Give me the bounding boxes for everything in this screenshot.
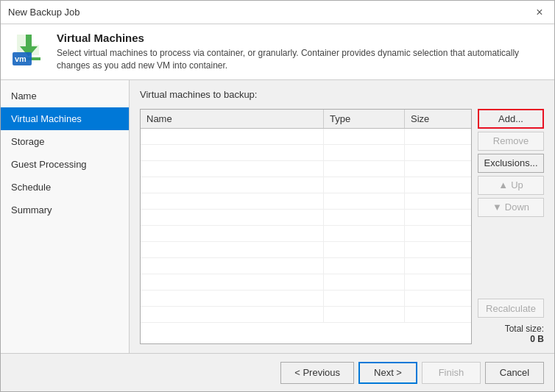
main-panel: Virtual machines to backup: Name Type Si… (130, 80, 554, 353)
header-title: Virtual Machines (57, 32, 544, 44)
total-size: Total size: 0 B (478, 324, 544, 344)
table-row (141, 145, 471, 161)
table-row (141, 226, 471, 242)
sidebar-item-guest-processing[interactable]: Guest Processing (1, 153, 129, 176)
total-size-value: 0 B (478, 334, 544, 344)
svg-rect-1 (26, 35, 32, 48)
section-label: Virtual machines to backup: (140, 89, 544, 100)
vm-icon: vm (11, 32, 46, 67)
up-button[interactable]: ▲ Up (478, 176, 544, 195)
vm-area: Name Type Size (140, 109, 544, 344)
vm-table: Name Type Size (140, 109, 472, 344)
table-row (141, 291, 471, 307)
header-description: Select virtual machines to process via c… (57, 47, 544, 72)
dialog-title: New Backup Job (8, 7, 80, 18)
recalculate-button[interactable]: Recalculate (478, 299, 544, 318)
title-bar: New Backup Job × (1, 1, 554, 24)
table-row (141, 161, 471, 177)
col-header-size: Size (405, 110, 471, 128)
previous-button[interactable]: < Previous (280, 362, 354, 384)
sidebar-item-storage[interactable]: Storage (1, 130, 129, 153)
col-header-type: Type (324, 110, 405, 128)
dialog: New Backup Job × vm Virtu (0, 0, 555, 392)
add-button[interactable]: Add... (478, 109, 544, 129)
sidebar-item-summary[interactable]: Summary (1, 199, 129, 221)
table-row (141, 210, 471, 226)
remove-button[interactable]: Remove (478, 132, 544, 151)
table-row (141, 193, 471, 210)
table-row (141, 274, 471, 291)
side-buttons: Add... Remove Exclusions... ▲ Up ▼ Down … (478, 109, 544, 344)
sidebar-item-schedule[interactable]: Schedule (1, 176, 129, 199)
finish-button[interactable]: Finish (422, 362, 481, 384)
table-row (141, 258, 471, 274)
header-text: Virtual Machines Select virtual machines… (57, 32, 544, 72)
total-size-label: Total size: (478, 324, 544, 334)
svg-text:vm: vm (15, 54, 26, 63)
col-header-name: Name (141, 110, 324, 128)
next-button[interactable]: Next > (358, 362, 417, 384)
up-arrow-icon: ▲ (498, 179, 508, 190)
table-row (141, 177, 471, 193)
close-button[interactable]: × (532, 5, 547, 20)
footer: < Previous Next > Finish Cancel (1, 353, 554, 391)
down-button[interactable]: ▼ Down (478, 198, 544, 217)
table-body (141, 129, 471, 343)
table-row (141, 307, 471, 323)
exclusions-button[interactable]: Exclusions... (478, 154, 544, 173)
sidebar-item-name[interactable]: Name (1, 85, 129, 107)
table-row (141, 242, 471, 258)
table-header: Name Type Size (141, 110, 471, 129)
sidebar-item-virtual-machines[interactable]: Virtual Machines (1, 107, 129, 130)
content-area: Name Virtual Machines Storage Guest Proc… (1, 80, 554, 353)
header-section: vm Virtual Machines Select virtual machi… (1, 24, 554, 80)
down-arrow-icon: ▼ (492, 202, 502, 213)
cancel-button[interactable]: Cancel (485, 362, 544, 384)
sidebar: Name Virtual Machines Storage Guest Proc… (1, 80, 130, 353)
table-row (141, 129, 471, 145)
